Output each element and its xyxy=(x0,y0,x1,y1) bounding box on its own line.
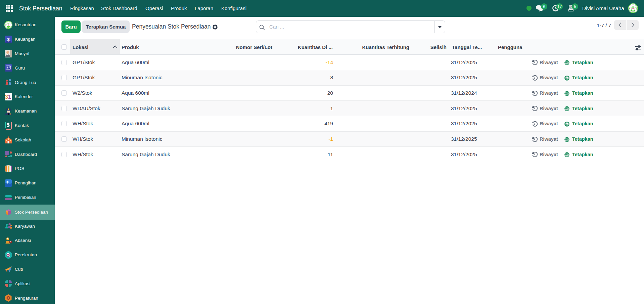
svg-text:$: $ xyxy=(7,37,10,42)
svg-text:1: 1 xyxy=(8,94,11,100)
svg-text:3: 3 xyxy=(5,94,8,100)
svg-text:$: $ xyxy=(6,180,8,184)
